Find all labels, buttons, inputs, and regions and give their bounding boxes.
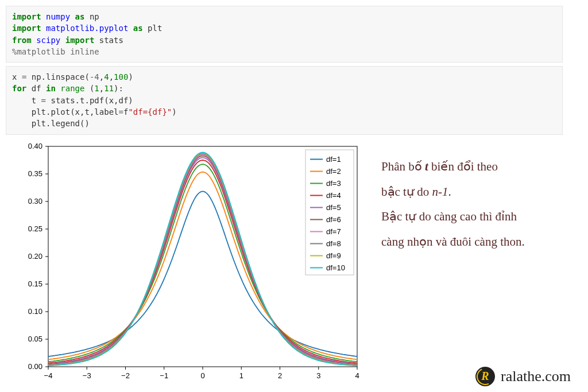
open: ( (84, 84, 94, 93)
legend: .legend() (46, 119, 90, 128)
x-tick-label: −3 (83, 371, 91, 380)
annotation-line-1: Phân bố t biến đổi theo (381, 156, 575, 178)
kw-import: import (12, 12, 41, 21)
code-cell-plot: x = np.linspace(-4,4,100) for df in rang… (6, 66, 563, 134)
text: bậc tự do (381, 185, 432, 199)
num4: 4 (104, 72, 109, 81)
x-tick-label: 0 (200, 371, 204, 380)
var-df: df (32, 84, 41, 93)
range: range (60, 84, 84, 93)
label-kw: label (94, 107, 118, 117)
plt: plt (12, 119, 46, 128)
y-tick-label: 0.30 (28, 197, 42, 205)
legend-label: df=8 (326, 239, 341, 247)
eq: = (119, 107, 123, 117)
plt: plt (12, 107, 46, 117)
plot: .plot( (46, 107, 75, 117)
alias: np (90, 12, 99, 21)
eq: = (22, 72, 26, 81)
y-tick-label: 0.10 (28, 307, 42, 316)
y-tick-label: 0.35 (28, 169, 42, 178)
close: ): (114, 84, 123, 93)
alias: plt (148, 24, 162, 33)
np: np (32, 72, 41, 81)
kw-import: import (65, 36, 95, 45)
y-tick-label: 0.05 (28, 335, 42, 343)
num100: 100 (114, 72, 128, 81)
module-name: matplotlib.pyplot (46, 24, 128, 33)
x-tick-label: 2 (278, 371, 282, 380)
x-tick-label: 4 (355, 371, 359, 380)
num11: 11 (104, 84, 114, 93)
footer: R ralathe.com (475, 367, 571, 386)
kw-in: in (46, 84, 56, 93)
module-name: scipy (36, 36, 60, 45)
y-tick-label: 0.15 (28, 280, 42, 288)
stats: stats (51, 96, 75, 105)
y-tick-label: 0.25 (28, 224, 42, 233)
x-tick-label: 1 (239, 371, 243, 380)
t: t (84, 107, 89, 117)
close: ) (128, 96, 133, 105)
x-tick-label: −4 (44, 371, 53, 380)
module-name: numpy (46, 12, 70, 21)
x: x (75, 107, 80, 117)
close: ) (172, 107, 176, 117)
x: x (109, 96, 114, 105)
kw-import: import (12, 24, 41, 33)
fstring: "df={df}" (128, 107, 172, 117)
var-x: x (12, 72, 17, 81)
x-tick-label: 3 (316, 371, 320, 380)
legend-label: df=4 (326, 191, 341, 199)
num1: 1 (94, 84, 99, 93)
y-tick-label: 0.00 (28, 362, 42, 371)
legend-label: df=10 (326, 263, 345, 271)
kw-as: as (75, 12, 85, 21)
close: ) (128, 72, 133, 81)
import-name: stats (99, 36, 123, 45)
chart-svg: −4−3−2−1012340.000.050.100.150.200.250.3… (13, 138, 364, 386)
eq: = (36, 96, 51, 105)
legend-label: df=7 (326, 227, 341, 235)
legend-label: df=2 (326, 166, 341, 175)
tpdf: .t.pdf( (75, 96, 109, 105)
comma: , (99, 72, 104, 81)
comma: , (109, 72, 114, 81)
site-logo-icon: R (475, 367, 495, 386)
kw-as: as (133, 24, 143, 33)
y-tick-label: 0.40 (28, 142, 42, 150)
text: Phân bố (381, 160, 425, 173)
site-name: ralathe.com (501, 368, 571, 385)
annotation-line-2: bậc tự do n-1. (381, 181, 575, 204)
text: biến đổi theo (428, 160, 498, 173)
code-cell-imports: import numpy as np import matplotlib.pyp… (6, 6, 563, 63)
neg4: -4 (90, 72, 99, 81)
legend-label: df=9 (326, 251, 341, 259)
text: . (448, 185, 451, 199)
x-tick-label: −2 (121, 371, 130, 380)
legend-label: df=6 (326, 215, 341, 223)
df: df (119, 96, 129, 105)
annotation-text: Phân bố t biến đổi theo bậc tự do n-1. B… (364, 138, 582, 257)
legend-label: df=1 (326, 154, 341, 163)
comma: , (114, 96, 118, 105)
annotation-line-3: Bậc tự do càng cao thì đỉnh (381, 205, 575, 228)
var-t: t (12, 96, 36, 105)
t-distribution-chart: −4−3−2−1012340.000.050.100.150.200.250.3… (13, 138, 364, 386)
x-tick-label: −1 (160, 371, 168, 380)
annotation-line-4: càng nhọn và đuôi càng thon. (381, 231, 575, 254)
legend-label: df=3 (326, 178, 341, 187)
kw-from: from (12, 36, 32, 45)
text-n1: n-1 (432, 185, 448, 199)
comma: , (99, 84, 104, 93)
y-tick-label: 0.20 (28, 252, 42, 261)
legend-label: df=5 (326, 203, 341, 211)
linspace: .linspace( (41, 72, 90, 81)
kw-for: for (12, 84, 26, 93)
magic-line: %matplotlib inline (12, 47, 99, 56)
